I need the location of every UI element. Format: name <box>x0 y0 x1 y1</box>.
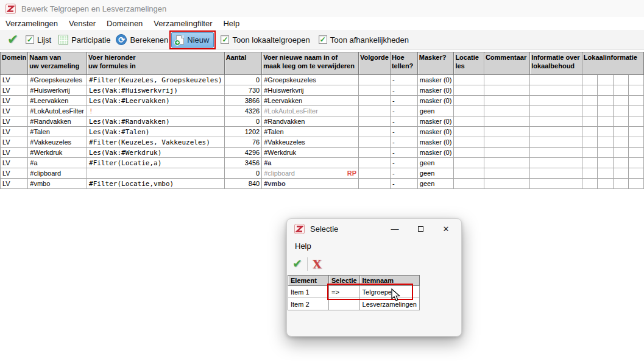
close-icon[interactable]: ✕ <box>433 220 459 238</box>
cell-info-lokaalbehoud[interactable] <box>530 127 582 137</box>
cell-domein[interactable]: LV <box>1 148 28 158</box>
cell-formule[interactable]: Les(Vak:#Leervakken) <box>87 96 225 106</box>
cell-domein[interactable]: LV <box>1 116 28 127</box>
cell-formule[interactable]: ! <box>87 106 225 116</box>
cell-nieuwe-naam[interactable]: #Huiswerkvrij <box>262 85 359 96</box>
cell-aantal[interactable]: 0 <box>224 168 262 179</box>
cell-locatie-les[interactable] <box>454 106 484 116</box>
cell-element[interactable]: Item 2 <box>288 298 329 310</box>
cell-volgorde[interactable] <box>359 116 391 127</box>
cell-volgorde[interactable] <box>359 179 391 189</box>
cell-volgorde[interactable] <box>359 75 391 85</box>
cell-volgorde[interactable] <box>359 137 391 148</box>
cell-itemnaam[interactable]: Telgroepen <box>359 286 419 298</box>
cell-formule[interactable]: #Filter(Locatie,a) <box>87 158 225 168</box>
cell-hoe-tellen[interactable]: - <box>390 106 417 116</box>
cell-naam[interactable]: #Randvakken <box>28 116 87 127</box>
cell-nieuwe-naam[interactable]: #Werkdruk <box>262 148 359 158</box>
cell-volgorde[interactable] <box>359 85 391 96</box>
cell-hoe-tellen[interactable]: - <box>390 85 417 96</box>
cell-volgorde[interactable] <box>359 168 391 179</box>
cell-aantal[interactable]: 840 <box>224 179 262 189</box>
cell-masker[interactable]: masker (0) <box>417 127 454 137</box>
cell-formule[interactable] <box>87 168 225 179</box>
cell-lokaalinformatie[interactable] <box>582 96 598 106</box>
cell-locatie-les[interactable] <box>454 127 484 137</box>
cell-lokaalinformatie[interactable] <box>598 116 614 127</box>
cell-formule[interactable]: #Filter(KeuzeLes, Groepskeuzeles) <box>87 75 225 85</box>
cell-nieuwe-naam[interactable]: #Groepskeuzeles <box>262 75 359 85</box>
cell-commentaar[interactable] <box>484 96 529 106</box>
cell-lokaalinformatie[interactable] <box>598 148 614 158</box>
cell-aantal[interactable]: 3866 <box>224 96 262 106</box>
cell-element[interactable]: Item 1 <box>288 286 329 298</box>
menu-venster[interactable]: Venster <box>63 18 101 29</box>
cell-naam[interactable]: #Huiswerkvrij <box>28 85 87 96</box>
cell-info-lokaalbehoud[interactable] <box>530 75 582 85</box>
cell-volgorde[interactable] <box>359 148 391 158</box>
cell-volgorde[interactable] <box>359 106 391 116</box>
cell-commentaar[interactable] <box>484 85 529 96</box>
cell-aantal[interactable]: 4326 <box>224 106 262 116</box>
cell-masker[interactable]: masker (0) <box>417 85 454 96</box>
nieuw-button[interactable]: + Nieuw <box>171 32 214 48</box>
cell-nieuwe-naam[interactable]: #Randvakken <box>262 116 359 127</box>
cell-info-lokaalbehoud[interactable] <box>530 148 582 158</box>
cell-lokaalinformatie[interactable] <box>582 106 598 116</box>
cell-masker[interactable]: masker (0) <box>417 116 454 127</box>
cell-lokaalinformatie[interactable] <box>613 137 629 148</box>
cell-locatie-les[interactable] <box>454 179 484 189</box>
cell-lokaalinformatie[interactable] <box>613 75 629 85</box>
cell-aantal[interactable]: 0 <box>224 116 262 127</box>
cell-commentaar[interactable] <box>484 106 529 116</box>
cell-commentaar[interactable] <box>484 116 529 127</box>
cell-hoe-tellen[interactable]: - <box>390 168 417 179</box>
cell-lokaalinformatie[interactable] <box>598 137 614 148</box>
cell-domein[interactable]: LV <box>1 127 28 137</box>
cell-lokaalinformatie[interactable] <box>598 127 614 137</box>
cell-lokaalinformatie[interactable] <box>598 96 614 106</box>
cell-lokaalinformatie[interactable] <box>613 148 629 158</box>
cell-selectie[interactable] <box>329 298 360 310</box>
cell-masker[interactable]: geen <box>417 168 454 179</box>
cell-volgorde[interactable] <box>359 127 391 137</box>
cell-aantal[interactable]: 1202 <box>224 127 262 137</box>
cell-masker[interactable]: geen <box>417 179 454 189</box>
cell-lokaalinformatie[interactable] <box>582 148 598 158</box>
cell-naam[interactable]: #LokAutoLesFilter <box>28 106 87 116</box>
cell-hoe-tellen[interactable]: - <box>390 116 417 127</box>
apply-check-icon[interactable]: ✔ <box>5 32 21 48</box>
cell-naam[interactable]: #Vakkeuzeles <box>28 137 87 148</box>
cell-hoe-tellen[interactable]: - <box>390 179 417 189</box>
cell-lokaalinformatie[interactable] <box>629 168 644 179</box>
cell-formule[interactable]: Les(Vak:#Randvakken) <box>87 116 225 127</box>
cell-lokaalinformatie[interactable] <box>629 75 644 85</box>
cell-domein[interactable]: LV <box>1 85 28 96</box>
berekenen-button[interactable]: ⟳ Berekenen <box>116 34 168 45</box>
cell-locatie-les[interactable] <box>454 137 484 148</box>
toon-afhankelijkheden-checkbox[interactable]: ✓ Toon afhankelijkheden <box>319 35 409 45</box>
cell-lokaalinformatie[interactable] <box>629 179 644 189</box>
cell-aantal[interactable]: 3456 <box>224 158 262 168</box>
cell-locatie-les[interactable] <box>454 96 484 106</box>
cell-commentaar[interactable] <box>484 127 529 137</box>
toon-lokaaltelgroepen-checkbox[interactable]: ✓ Toon lokaaltelgroepen <box>221 35 310 45</box>
cell-lokaalinformatie[interactable] <box>629 106 644 116</box>
cell-locatie-les[interactable] <box>454 158 484 168</box>
cell-hoe-tellen[interactable]: - <box>390 96 417 106</box>
cell-lokaalinformatie[interactable] <box>582 137 598 148</box>
cell-masker[interactable]: masker (0) <box>417 137 454 148</box>
menu-verzamelingfilter[interactable]: Verzamelingfilter <box>148 18 218 29</box>
cell-naam[interactable]: #clipboard <box>28 168 87 179</box>
cell-lokaalinformatie[interactable] <box>598 106 614 116</box>
cell-locatie-les[interactable] <box>454 85 484 96</box>
cell-lokaalinformatie[interactable] <box>582 158 598 168</box>
cell-lokaalinformatie[interactable] <box>629 158 644 168</box>
cell-selectie[interactable]: => <box>329 286 360 298</box>
cell-info-lokaalbehoud[interactable] <box>530 106 582 116</box>
cell-hoe-tellen[interactable]: - <box>390 75 417 85</box>
cell-masker[interactable]: masker (0) <box>417 96 454 106</box>
cell-lokaalinformatie[interactable] <box>598 158 614 168</box>
cell-aantal[interactable]: 0 <box>224 75 262 85</box>
cell-masker[interactable]: geen <box>417 158 454 168</box>
